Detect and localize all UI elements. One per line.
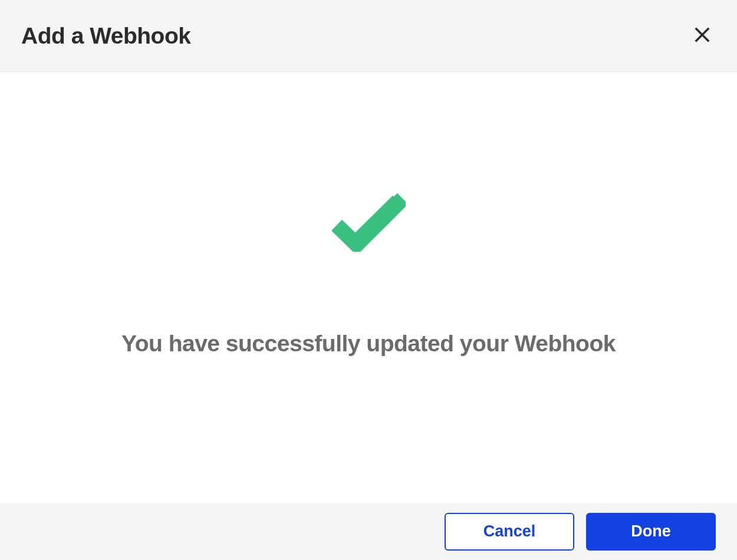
cancel-button[interactable]: Cancel: [445, 513, 574, 551]
modal-body: You have successfully updated your Webho…: [0, 72, 737, 503]
done-button[interactable]: Done: [586, 513, 716, 551]
modal-header: Add a Webhook: [0, 0, 737, 72]
close-icon: [693, 26, 711, 45]
success-check-icon: [332, 193, 406, 254]
modal-footer: Cancel Done: [0, 503, 737, 560]
close-button[interactable]: [689, 21, 716, 50]
modal-title: Add a Webhook: [21, 23, 190, 49]
success-message: You have successfully updated your Webho…: [121, 331, 616, 357]
add-webhook-modal: Add a Webhook You have successfully upda…: [0, 0, 737, 560]
